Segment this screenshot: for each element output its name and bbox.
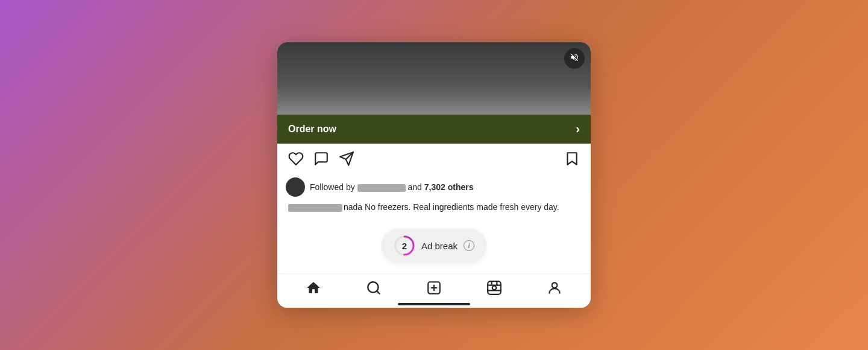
bottom-nav (277, 273, 591, 299)
nav-reels-icon[interactable] (486, 280, 502, 296)
home-bar-line (398, 303, 470, 305)
mute-icon (570, 52, 579, 64)
nav-search-icon[interactable] (366, 280, 382, 296)
caption-text: nada No freezers. Real ingredients made … (344, 202, 559, 212)
order-now-label: Order now (288, 124, 336, 135)
like-icon[interactable] (288, 151, 304, 170)
order-now-bar[interactable]: Order now › (277, 115, 591, 144)
likes-row: Followed by and 7,302 others (277, 175, 591, 200)
svg-line-6 (377, 291, 380, 294)
action-row (277, 144, 591, 175)
avatar (286, 177, 305, 197)
ad-break-label: Ad break (421, 241, 458, 251)
likes-text: Followed by and 7,302 others (310, 182, 473, 192)
video-area (277, 42, 591, 115)
ad-break-pill: 2 Ad break i (382, 229, 486, 262)
ad-break-number: 2 (402, 241, 407, 251)
ad-break-info-icon[interactable]: i (464, 240, 474, 251)
nav-create-icon[interactable] (426, 280, 442, 296)
svg-point-16 (552, 283, 558, 288)
nav-profile-icon[interactable] (547, 280, 562, 296)
ad-break-counter: 2 (394, 235, 415, 256)
caption-row: nada No freezers. Real ingredients made … (277, 200, 591, 217)
mute-button[interactable] (564, 48, 585, 69)
order-now-chevron: › (576, 122, 580, 136)
svg-point-11 (492, 286, 497, 290)
svg-rect-10 (488, 281, 501, 294)
ad-break-container: 2 Ad break i (277, 217, 591, 273)
svg-marker-2 (567, 153, 576, 165)
share-icon[interactable] (339, 151, 354, 170)
comment-icon[interactable] (313, 151, 329, 170)
instagram-card: Order now › (277, 42, 591, 308)
action-left-group (288, 151, 354, 170)
save-icon[interactable] (564, 151, 580, 170)
nav-home-icon[interactable] (306, 280, 321, 296)
home-bar (277, 299, 591, 308)
